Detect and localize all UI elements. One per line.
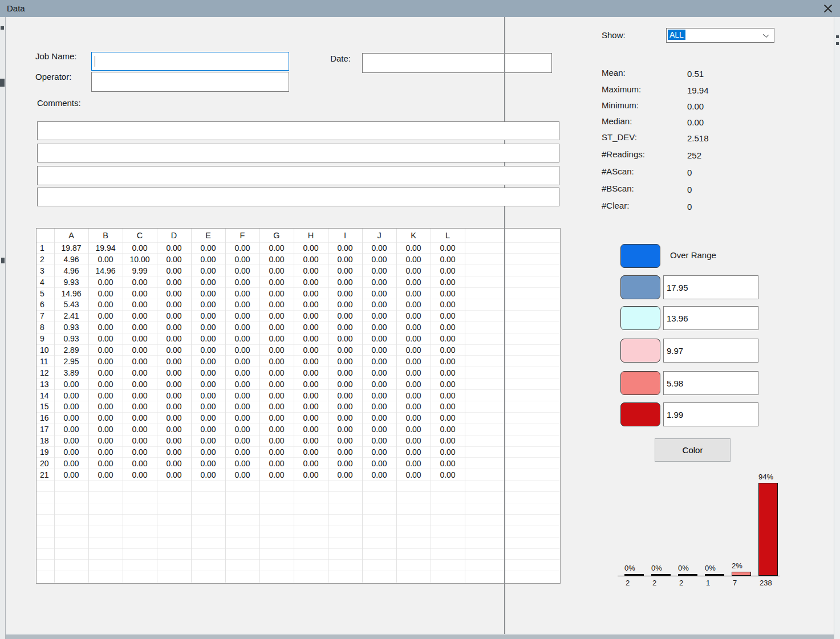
table-cell[interactable]: 0.00	[123, 469, 157, 481]
table-cell[interactable]: 0.00	[225, 390, 259, 401]
table-cell[interactable]: 10.00	[123, 254, 157, 265]
table-cell[interactable]: 0.00	[431, 299, 465, 310]
table-cell[interactable]: 0.00	[362, 299, 396, 310]
table-cell[interactable]: 0.00	[191, 254, 225, 265]
table-cell[interactable]: 0.00	[328, 242, 362, 254]
table-cell[interactable]: 0.00	[225, 469, 259, 481]
table-cell[interactable]: 0.00	[396, 254, 431, 265]
threshold-value-input[interactable]	[663, 402, 758, 426]
table-cell[interactable]: 0.00	[54, 412, 88, 424]
table-cell[interactable]: 0.00	[123, 412, 157, 424]
table-cell[interactable]: 0.00	[88, 412, 123, 424]
comments-input-2[interactable]	[37, 144, 559, 162]
table-cell[interactable]: 0.00	[431, 412, 465, 424]
table-cell[interactable]: 0.00	[225, 265, 259, 276]
table-cell[interactable]: 3.89	[54, 367, 88, 378]
table-cell[interactable]: 0.00	[396, 367, 431, 378]
table-cell[interactable]: 0.00	[362, 321, 396, 333]
table-cell[interactable]: 0.00	[328, 390, 362, 401]
table-cell[interactable]: 0.00	[362, 310, 396, 321]
table-cell[interactable]: 0.00	[259, 299, 294, 310]
table-cell[interactable]: 0.00	[294, 333, 328, 344]
table-cell[interactable]: 0.00	[362, 265, 396, 276]
table-cell[interactable]: 0.00	[225, 310, 259, 321]
color-button[interactable]: Color	[655, 438, 731, 462]
table-cell[interactable]: 0.00	[225, 254, 259, 265]
table-cell[interactable]: 0.00	[396, 378, 431, 390]
table-cell[interactable]: 0.00	[431, 458, 465, 469]
table-cell[interactable]: 0.00	[157, 412, 191, 424]
table-cell[interactable]: 0.00	[294, 254, 328, 265]
table-cell[interactable]: 0.00	[157, 401, 191, 412]
table-cell[interactable]: 0.00	[88, 310, 123, 321]
table-cell[interactable]: 0.00	[431, 254, 465, 265]
table-cell[interactable]: 0.00	[294, 446, 328, 458]
table-cell[interactable]: 0.00	[362, 469, 396, 481]
table-cell[interactable]: 0.00	[54, 458, 88, 469]
table-cell[interactable]: 0.00	[88, 401, 123, 412]
table-cell[interactable]: 0.00	[157, 469, 191, 481]
table-cell[interactable]: 0.00	[431, 435, 465, 446]
table-cell[interactable]: 0.00	[328, 265, 362, 276]
table-cell[interactable]: 0.00	[225, 401, 259, 412]
table-cell[interactable]: 0.00	[328, 435, 362, 446]
table-cell[interactable]: 0.00	[396, 276, 431, 288]
table-cell[interactable]: 0.00	[191, 276, 225, 288]
show-dropdown[interactable]: ALL	[666, 28, 774, 43]
table-cell[interactable]: 0.00	[88, 333, 123, 344]
table-cell[interactable]: 0.00	[54, 390, 88, 401]
table-cell[interactable]: 0.00	[259, 412, 294, 424]
table-cell[interactable]: 0.00	[191, 367, 225, 378]
threshold-value-input[interactable]	[663, 371, 758, 395]
table-cell[interactable]: 0.00	[123, 310, 157, 321]
table-cell[interactable]: 0.00	[191, 378, 225, 390]
table-cell[interactable]: 0.00	[431, 288, 465, 299]
table-cell[interactable]: 0.00	[328, 401, 362, 412]
table-cell[interactable]: 0.00	[328, 321, 362, 333]
table-cell[interactable]: 5.43	[54, 299, 88, 310]
table-cell[interactable]: 0.00	[294, 424, 328, 435]
table-cell[interactable]: 0.00	[294, 367, 328, 378]
operator-input[interactable]	[91, 72, 289, 92]
table-cell[interactable]: 0.00	[362, 356, 396, 367]
table-cell[interactable]: 0.00	[396, 242, 431, 254]
table-cell[interactable]: 0.00	[362, 333, 396, 344]
table-cell[interactable]: 0.00	[191, 412, 225, 424]
table-cell[interactable]: 0.00	[396, 424, 431, 435]
table-cell[interactable]: 0.00	[88, 276, 123, 288]
table-cell[interactable]: 0.00	[362, 390, 396, 401]
table-cell[interactable]: 0.00	[123, 435, 157, 446]
table-cell[interactable]: 0.00	[328, 469, 362, 481]
table-cell[interactable]: 0.00	[54, 424, 88, 435]
table-cell[interactable]: 0.00	[259, 435, 294, 446]
table-cell[interactable]: 0.00	[431, 469, 465, 481]
table-cell[interactable]: 0.00	[396, 288, 431, 299]
table-cell[interactable]: 0.00	[225, 344, 259, 356]
table-cell[interactable]: 0.00	[396, 390, 431, 401]
table-cell[interactable]: 0.00	[259, 446, 294, 458]
table-cell[interactable]: 0.00	[396, 321, 431, 333]
table-cell[interactable]: 0.00	[123, 446, 157, 458]
table-cell[interactable]: 0.00	[396, 435, 431, 446]
table-cell[interactable]: 0.00	[191, 310, 225, 321]
table-cell[interactable]: 0.00	[259, 242, 294, 254]
table-cell[interactable]: 0.00	[123, 276, 157, 288]
table-cell[interactable]: 0.00	[191, 356, 225, 367]
table-cell[interactable]: 0.00	[88, 446, 123, 458]
table-cell[interactable]: 0.00	[191, 299, 225, 310]
table-cell[interactable]: 0.00	[259, 344, 294, 356]
table-cell[interactable]: 0.00	[362, 276, 396, 288]
table-cell[interactable]: 0.00	[362, 378, 396, 390]
splitter-line[interactable]	[504, 17, 505, 634]
table-cell[interactable]: 0.00	[431, 401, 465, 412]
table-cell[interactable]: 0.00	[88, 390, 123, 401]
table-cell[interactable]: 0.00	[225, 446, 259, 458]
table-cell[interactable]: 0.00	[259, 378, 294, 390]
table-cell[interactable]: 0.00	[259, 310, 294, 321]
table-cell[interactable]: 0.00	[396, 310, 431, 321]
table-cell[interactable]: 0.00	[294, 344, 328, 356]
table-cell[interactable]: 0.00	[328, 424, 362, 435]
table-cell[interactable]: 0.00	[396, 344, 431, 356]
table-cell[interactable]: 0.00	[191, 344, 225, 356]
table-cell[interactable]: 0.00	[259, 276, 294, 288]
